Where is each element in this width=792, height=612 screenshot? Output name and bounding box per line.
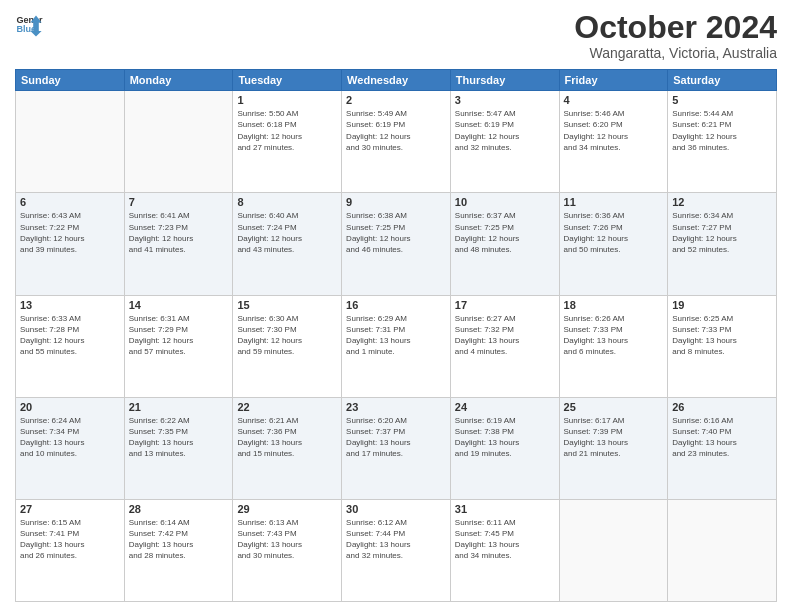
day-info: Sunrise: 6:13 AM Sunset: 7:43 PM Dayligh… (237, 517, 337, 562)
day-info: Sunrise: 6:29 AM Sunset: 7:31 PM Dayligh… (346, 313, 446, 358)
day-number: 12 (672, 196, 772, 208)
table-row: 21Sunrise: 6:22 AM Sunset: 7:35 PM Dayli… (124, 397, 233, 499)
table-row: 7Sunrise: 6:41 AM Sunset: 7:23 PM Daylig… (124, 193, 233, 295)
day-number: 9 (346, 196, 446, 208)
day-number: 3 (455, 94, 555, 106)
day-info: Sunrise: 5:44 AM Sunset: 6:21 PM Dayligh… (672, 108, 772, 153)
calendar-week-row: 1Sunrise: 5:50 AM Sunset: 6:18 PM Daylig… (16, 91, 777, 193)
day-number: 17 (455, 299, 555, 311)
table-row (124, 91, 233, 193)
day-number: 16 (346, 299, 446, 311)
day-number: 28 (129, 503, 229, 515)
table-row: 25Sunrise: 6:17 AM Sunset: 7:39 PM Dayli… (559, 397, 668, 499)
table-row: 12Sunrise: 6:34 AM Sunset: 7:27 PM Dayli… (668, 193, 777, 295)
day-info: Sunrise: 6:25 AM Sunset: 7:33 PM Dayligh… (672, 313, 772, 358)
day-number: 5 (672, 94, 772, 106)
table-row: 10Sunrise: 6:37 AM Sunset: 7:25 PM Dayli… (450, 193, 559, 295)
day-info: Sunrise: 5:46 AM Sunset: 6:20 PM Dayligh… (564, 108, 664, 153)
logo-icon: General Blue (15, 10, 43, 38)
day-number: 6 (20, 196, 120, 208)
table-row: 5Sunrise: 5:44 AM Sunset: 6:21 PM Daylig… (668, 91, 777, 193)
day-info: Sunrise: 6:21 AM Sunset: 7:36 PM Dayligh… (237, 415, 337, 460)
table-row: 17Sunrise: 6:27 AM Sunset: 7:32 PM Dayli… (450, 295, 559, 397)
table-row: 6Sunrise: 6:43 AM Sunset: 7:22 PM Daylig… (16, 193, 125, 295)
table-row: 27Sunrise: 6:15 AM Sunset: 7:41 PM Dayli… (16, 499, 125, 601)
header: General Blue October 2024 Wangaratta, Vi… (15, 10, 777, 61)
table-row: 19Sunrise: 6:25 AM Sunset: 7:33 PM Dayli… (668, 295, 777, 397)
day-info: Sunrise: 6:38 AM Sunset: 7:25 PM Dayligh… (346, 210, 446, 255)
day-number: 14 (129, 299, 229, 311)
page: General Blue October 2024 Wangaratta, Vi… (0, 0, 792, 612)
table-row: 13Sunrise: 6:33 AM Sunset: 7:28 PM Dayli… (16, 295, 125, 397)
col-wednesday: Wednesday (342, 70, 451, 91)
day-number: 31 (455, 503, 555, 515)
day-info: Sunrise: 6:36 AM Sunset: 7:26 PM Dayligh… (564, 210, 664, 255)
table-row: 26Sunrise: 6:16 AM Sunset: 7:40 PM Dayli… (668, 397, 777, 499)
day-info: Sunrise: 6:30 AM Sunset: 7:30 PM Dayligh… (237, 313, 337, 358)
day-number: 2 (346, 94, 446, 106)
day-number: 7 (129, 196, 229, 208)
table-row: 16Sunrise: 6:29 AM Sunset: 7:31 PM Dayli… (342, 295, 451, 397)
day-number: 19 (672, 299, 772, 311)
day-number: 27 (20, 503, 120, 515)
day-info: Sunrise: 6:20 AM Sunset: 7:37 PM Dayligh… (346, 415, 446, 460)
day-number: 29 (237, 503, 337, 515)
calendar-week-row: 6Sunrise: 6:43 AM Sunset: 7:22 PM Daylig… (16, 193, 777, 295)
col-saturday: Saturday (668, 70, 777, 91)
day-number: 11 (564, 196, 664, 208)
day-info: Sunrise: 5:50 AM Sunset: 6:18 PM Dayligh… (237, 108, 337, 153)
day-info: Sunrise: 6:15 AM Sunset: 7:41 PM Dayligh… (20, 517, 120, 562)
table-row: 3Sunrise: 5:47 AM Sunset: 6:19 PM Daylig… (450, 91, 559, 193)
day-info: Sunrise: 6:14 AM Sunset: 7:42 PM Dayligh… (129, 517, 229, 562)
day-number: 30 (346, 503, 446, 515)
day-info: Sunrise: 6:24 AM Sunset: 7:34 PM Dayligh… (20, 415, 120, 460)
day-number: 26 (672, 401, 772, 413)
col-thursday: Thursday (450, 70, 559, 91)
table-row: 28Sunrise: 6:14 AM Sunset: 7:42 PM Dayli… (124, 499, 233, 601)
day-number: 13 (20, 299, 120, 311)
table-row (668, 499, 777, 601)
day-info: Sunrise: 6:43 AM Sunset: 7:22 PM Dayligh… (20, 210, 120, 255)
day-info: Sunrise: 6:33 AM Sunset: 7:28 PM Dayligh… (20, 313, 120, 358)
table-row (16, 91, 125, 193)
day-number: 24 (455, 401, 555, 413)
table-row: 4Sunrise: 5:46 AM Sunset: 6:20 PM Daylig… (559, 91, 668, 193)
table-row: 9Sunrise: 6:38 AM Sunset: 7:25 PM Daylig… (342, 193, 451, 295)
day-info: Sunrise: 6:11 AM Sunset: 7:45 PM Dayligh… (455, 517, 555, 562)
table-row: 24Sunrise: 6:19 AM Sunset: 7:38 PM Dayli… (450, 397, 559, 499)
day-info: Sunrise: 6:37 AM Sunset: 7:25 PM Dayligh… (455, 210, 555, 255)
table-row: 22Sunrise: 6:21 AM Sunset: 7:36 PM Dayli… (233, 397, 342, 499)
table-row: 23Sunrise: 6:20 AM Sunset: 7:37 PM Dayli… (342, 397, 451, 499)
day-number: 23 (346, 401, 446, 413)
col-monday: Monday (124, 70, 233, 91)
day-info: Sunrise: 6:26 AM Sunset: 7:33 PM Dayligh… (564, 313, 664, 358)
table-row (559, 499, 668, 601)
month-title: October 2024 (574, 10, 777, 45)
table-row: 18Sunrise: 6:26 AM Sunset: 7:33 PM Dayli… (559, 295, 668, 397)
day-info: Sunrise: 6:12 AM Sunset: 7:44 PM Dayligh… (346, 517, 446, 562)
day-number: 1 (237, 94, 337, 106)
day-number: 20 (20, 401, 120, 413)
day-info: Sunrise: 6:34 AM Sunset: 7:27 PM Dayligh… (672, 210, 772, 255)
table-row: 30Sunrise: 6:12 AM Sunset: 7:44 PM Dayli… (342, 499, 451, 601)
day-number: 8 (237, 196, 337, 208)
day-info: Sunrise: 5:47 AM Sunset: 6:19 PM Dayligh… (455, 108, 555, 153)
day-number: 25 (564, 401, 664, 413)
table-row: 31Sunrise: 6:11 AM Sunset: 7:45 PM Dayli… (450, 499, 559, 601)
col-sunday: Sunday (16, 70, 125, 91)
col-tuesday: Tuesday (233, 70, 342, 91)
day-number: 4 (564, 94, 664, 106)
table-row: 14Sunrise: 6:31 AM Sunset: 7:29 PM Dayli… (124, 295, 233, 397)
day-number: 21 (129, 401, 229, 413)
calendar-header-row: Sunday Monday Tuesday Wednesday Thursday… (16, 70, 777, 91)
day-info: Sunrise: 6:40 AM Sunset: 7:24 PM Dayligh… (237, 210, 337, 255)
calendar-week-row: 13Sunrise: 6:33 AM Sunset: 7:28 PM Dayli… (16, 295, 777, 397)
table-row: 11Sunrise: 6:36 AM Sunset: 7:26 PM Dayli… (559, 193, 668, 295)
table-row: 29Sunrise: 6:13 AM Sunset: 7:43 PM Dayli… (233, 499, 342, 601)
day-number: 10 (455, 196, 555, 208)
day-info: Sunrise: 5:49 AM Sunset: 6:19 PM Dayligh… (346, 108, 446, 153)
table-row: 20Sunrise: 6:24 AM Sunset: 7:34 PM Dayli… (16, 397, 125, 499)
day-info: Sunrise: 6:19 AM Sunset: 7:38 PM Dayligh… (455, 415, 555, 460)
day-info: Sunrise: 6:41 AM Sunset: 7:23 PM Dayligh… (129, 210, 229, 255)
day-info: Sunrise: 6:16 AM Sunset: 7:40 PM Dayligh… (672, 415, 772, 460)
